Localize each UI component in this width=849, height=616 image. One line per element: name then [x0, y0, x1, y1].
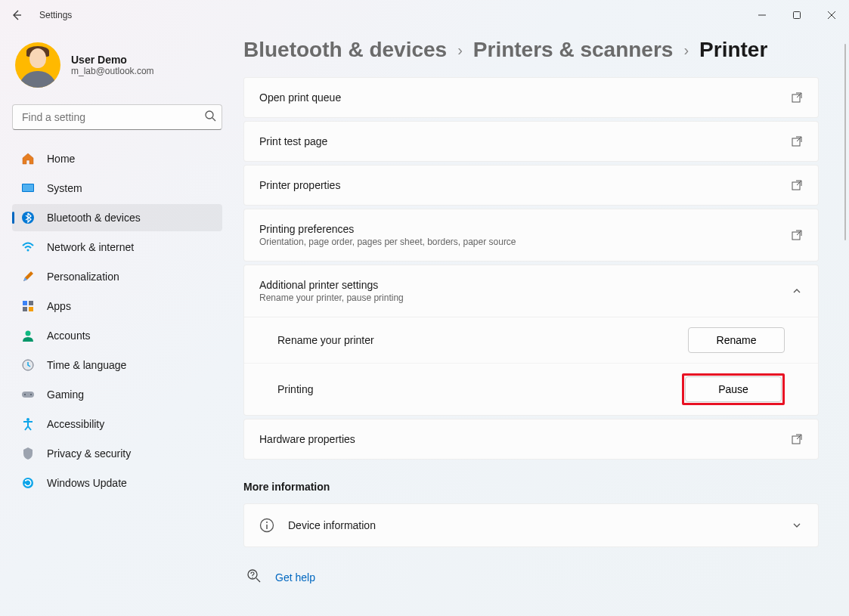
svg-rect-8 [23, 307, 27, 311]
nav-time-language[interactable]: Time & language [12, 351, 222, 379]
brush-icon [21, 270, 35, 283]
card-title: Printer properties [259, 179, 340, 191]
nav-label: System [47, 182, 82, 194]
nav-label: Apps [47, 300, 71, 312]
card-print-test-page[interactable]: Print test page [243, 121, 819, 162]
chevron-up-icon [791, 285, 803, 297]
card-printer-properties[interactable]: Printer properties [243, 165, 819, 206]
rename-printer-row: Rename your printer Rename [244, 317, 818, 363]
nav-list: Home System Bluetooth & devices Network … [12, 145, 222, 497]
minimize-icon [758, 11, 766, 19]
nav-accounts[interactable]: Accounts [12, 322, 222, 349]
card-open-print-queue[interactable]: Open print queue [243, 77, 819, 118]
minimize-button[interactable] [745, 3, 779, 27]
help-icon [246, 568, 262, 587]
pause-button[interactable]: Pause [685, 376, 782, 402]
nav-label: Home [47, 153, 75, 165]
rename-button[interactable]: Rename [688, 327, 785, 353]
help-text[interactable]: Get help [275, 571, 315, 583]
back-button[interactable] [8, 6, 26, 24]
card-additional-settings: Additional printer settings Rename your … [243, 265, 819, 416]
card-subtitle: Orientation, page order, pages per sheet… [259, 237, 516, 247]
apps-icon [21, 299, 35, 313]
chevron-down-icon [791, 519, 803, 531]
breadcrumb-printer: Printer [699, 38, 767, 62]
close-button[interactable] [814, 3, 849, 27]
accessibility-icon [21, 417, 35, 431]
nav-label: Time & language [47, 359, 126, 371]
window-controls [745, 3, 849, 27]
search-input[interactable] [12, 104, 222, 130]
profile-name: User Demo [71, 54, 154, 66]
card-title: Device information [288, 519, 376, 531]
gaming-icon [21, 388, 35, 401]
scrollbar-indicator[interactable] [844, 44, 846, 240]
svg-rect-0 [794, 12, 801, 19]
arrow-left-icon [11, 9, 23, 21]
open-external-icon [791, 135, 803, 147]
breadcrumb-printers[interactable]: Printers & scanners [473, 38, 674, 62]
profile-email: m_lab@outlook.com [71, 66, 154, 76]
bluetooth-icon [21, 211, 35, 224]
svg-rect-7 [29, 301, 33, 305]
card-title: Hardware properties [259, 433, 355, 445]
profile-block[interactable]: User Demo m_lab@outlook.com [12, 42, 222, 88]
chevron-right-icon: › [457, 42, 463, 59]
shield-icon [21, 447, 35, 460]
card-printing-preferences[interactable]: Printing preferences Orientation, page o… [243, 209, 819, 262]
maximize-icon [793, 11, 801, 19]
info-icon [259, 518, 274, 533]
nav-bluetooth-devices[interactable]: Bluetooth & devices [12, 204, 222, 231]
nav-accessibility[interactable]: Accessibility [12, 410, 222, 438]
nav-privacy[interactable]: Privacy & security [12, 440, 222, 467]
titlebar: Settings [0, 0, 849, 30]
nav-label: Gaming [47, 388, 84, 401]
svg-point-1 [206, 111, 213, 119]
nav-windows-update[interactable]: Windows Update [12, 469, 222, 497]
highlight-annotation: Pause [682, 373, 785, 405]
search-icon[interactable] [204, 110, 216, 125]
svg-point-23 [266, 522, 268, 523]
avatar [15, 42, 60, 88]
more-information-heading: More information [243, 481, 819, 493]
svg-rect-6 [23, 301, 27, 305]
get-help-link[interactable]: Get help [243, 568, 819, 587]
card-title: Additional printer settings [259, 279, 404, 291]
svg-rect-12 [22, 392, 34, 398]
printing-row: Printing Pause [244, 363, 818, 415]
card-title: Open print queue [259, 91, 341, 104]
nav-label: Windows Update [47, 477, 127, 489]
nav-apps[interactable]: Apps [12, 293, 222, 320]
maximize-button[interactable] [779, 3, 814, 27]
open-external-icon [791, 91, 803, 104]
card-title: Print test page [259, 135, 327, 147]
accounts-icon [21, 329, 35, 342]
card-hardware-properties[interactable]: Hardware properties [243, 419, 819, 460]
open-external-icon [791, 179, 803, 191]
rename-label: Rename your printer [277, 334, 374, 346]
nav-label: Network & internet [47, 241, 134, 253]
nav-system[interactable]: System [12, 175, 222, 202]
nav-label: Accounts [47, 330, 91, 342]
nav-label: Privacy & security [47, 447, 131, 460]
nav-label: Accessibility [47, 418, 104, 430]
card-subtitle: Rename your printer, pause printing [259, 293, 404, 303]
search-box [12, 104, 222, 130]
window-title: Settings [39, 10, 72, 20]
breadcrumb: Bluetooth & devices › Printers & scanner… [243, 38, 819, 62]
update-icon [21, 476, 35, 490]
svg-point-10 [26, 331, 31, 336]
additional-settings-header[interactable]: Additional printer settings Rename your … [244, 265, 818, 317]
nav-gaming[interactable]: Gaming [12, 381, 222, 408]
card-device-information[interactable]: Device information [243, 503, 819, 547]
content-area: Bluetooth & devices › Printers & scanner… [234, 30, 849, 616]
chevron-right-icon: › [683, 42, 689, 59]
nav-label: Bluetooth & devices [47, 212, 141, 224]
nav-network[interactable]: Network & internet [12, 234, 222, 261]
sidebar: User Demo m_lab@outlook.com Home System … [0, 30, 234, 616]
breadcrumb-bluetooth[interactable]: Bluetooth & devices [243, 38, 447, 62]
nav-personalization[interactable]: Personalization [12, 263, 222, 290]
svg-point-25 [252, 577, 253, 577]
open-external-icon [791, 229, 803, 241]
nav-home[interactable]: Home [12, 145, 222, 172]
